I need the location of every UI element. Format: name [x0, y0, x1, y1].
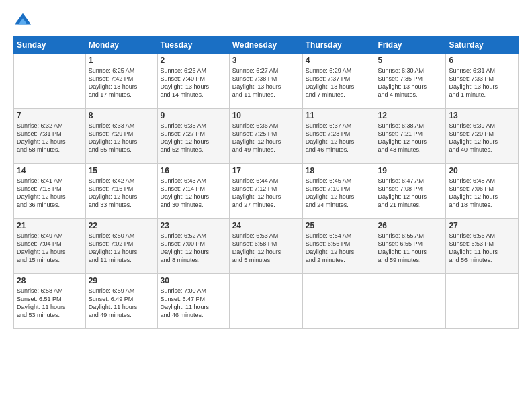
day-number: 20	[449, 166, 515, 175]
day-number: 7	[17, 111, 83, 120]
page: SundayMondayTuesdayWednesdayThursdayFrid…	[0, 0, 532, 411]
header-day-wednesday: Wednesday	[229, 37, 302, 54]
week-row-4: 28Sunrise: 6:58 AM Sunset: 6:51 PM Dayli…	[14, 274, 519, 329]
day-number: 29	[89, 276, 154, 285]
calendar-cell: 13Sunrise: 6:39 AM Sunset: 7:20 PM Dayli…	[446, 109, 519, 164]
day-number: 14	[17, 166, 83, 175]
day-number: 21	[17, 221, 83, 230]
cell-info: Sunrise: 6:48 AM Sunset: 7:06 PM Dayligh…	[449, 177, 515, 210]
calendar-table: SundayMondayTuesdayWednesdayThursdayFrid…	[13, 36, 519, 329]
day-number: 30	[161, 276, 226, 285]
calendar-cell	[229, 274, 302, 329]
calendar-cell: 4Sunrise: 6:29 AM Sunset: 7:37 PM Daylig…	[302, 54, 375, 109]
day-number: 5	[378, 56, 443, 65]
day-number: 18	[306, 166, 372, 175]
day-number: 23	[161, 221, 226, 230]
calendar-cell: 11Sunrise: 6:37 AM Sunset: 7:23 PM Dayli…	[302, 109, 375, 164]
logo	[13, 11, 34, 30]
cell-info: Sunrise: 6:36 AM Sunset: 7:25 PM Dayligh…	[232, 122, 300, 154]
calendar-cell: 10Sunrise: 6:36 AM Sunset: 7:25 PM Dayli…	[229, 109, 302, 164]
calendar-cell: 19Sunrise: 6:47 AM Sunset: 7:08 PM Dayli…	[375, 164, 446, 219]
cell-info: Sunrise: 6:44 AM Sunset: 7:12 PM Dayligh…	[232, 177, 300, 210]
calendar-cell	[14, 54, 86, 109]
cell-info: Sunrise: 6:27 AM Sunset: 7:38 PM Dayligh…	[232, 66, 300, 99]
cell-info: Sunrise: 6:32 AM Sunset: 7:31 PM Dayligh…	[17, 122, 83, 154]
day-number: 25	[306, 221, 372, 230]
calendar-cell: 28Sunrise: 6:58 AM Sunset: 6:51 PM Dayli…	[14, 274, 86, 329]
calendar-cell: 14Sunrise: 6:41 AM Sunset: 7:18 PM Dayli…	[14, 164, 86, 219]
calendar-cell: 6Sunrise: 6:31 AM Sunset: 7:33 PM Daylig…	[446, 54, 519, 109]
cell-info: Sunrise: 6:38 AM Sunset: 7:21 PM Dayligh…	[378, 122, 443, 154]
cell-info: Sunrise: 6:47 AM Sunset: 7:08 PM Dayligh…	[378, 177, 443, 210]
calendar-cell: 25Sunrise: 6:54 AM Sunset: 6:56 PM Dayli…	[302, 219, 375, 274]
cell-info: Sunrise: 6:35 AM Sunset: 7:27 PM Dayligh…	[161, 122, 226, 154]
calendar-cell: 9Sunrise: 6:35 AM Sunset: 7:27 PM Daylig…	[157, 109, 229, 164]
cell-info: Sunrise: 6:26 AM Sunset: 7:40 PM Dayligh…	[161, 66, 226, 99]
day-number: 28	[17, 276, 83, 285]
cell-info: Sunrise: 6:31 AM Sunset: 7:33 PM Dayligh…	[449, 66, 515, 99]
day-number: 4	[306, 56, 372, 65]
calendar-cell: 29Sunrise: 6:59 AM Sunset: 6:49 PM Dayli…	[85, 274, 157, 329]
cell-info: Sunrise: 6:43 AM Sunset: 7:14 PM Dayligh…	[161, 177, 226, 210]
day-number: 13	[449, 111, 515, 120]
calendar-cell: 20Sunrise: 6:48 AM Sunset: 7:06 PM Dayli…	[446, 164, 519, 219]
calendar-cell: 5Sunrise: 6:30 AM Sunset: 7:35 PM Daylig…	[375, 54, 446, 109]
day-number: 15	[89, 166, 154, 175]
cell-info: Sunrise: 6:25 AM Sunset: 7:42 PM Dayligh…	[89, 66, 154, 99]
day-number: 17	[232, 166, 300, 175]
header-row: SundayMondayTuesdayWednesdayThursdayFrid…	[14, 37, 519, 54]
day-number: 10	[232, 111, 300, 120]
calendar-cell: 3Sunrise: 6:27 AM Sunset: 7:38 PM Daylig…	[229, 54, 302, 109]
calendar-cell	[446, 274, 519, 329]
calendar-cell: 2Sunrise: 6:26 AM Sunset: 7:40 PM Daylig…	[157, 54, 229, 109]
day-number: 22	[89, 221, 154, 230]
day-number: 1	[89, 56, 154, 65]
calendar-cell	[375, 274, 446, 329]
cell-info: Sunrise: 6:53 AM Sunset: 6:58 PM Dayligh…	[232, 232, 300, 265]
day-number: 16	[161, 166, 226, 175]
day-number: 9	[161, 111, 226, 120]
day-number: 27	[449, 221, 515, 230]
calendar-cell: 26Sunrise: 6:55 AM Sunset: 6:55 PM Dayli…	[375, 219, 446, 274]
header-day-sunday: Sunday	[14, 37, 86, 54]
cell-info: Sunrise: 7:00 AM Sunset: 6:47 PM Dayligh…	[161, 287, 226, 320]
calendar-cell: 23Sunrise: 6:52 AM Sunset: 7:00 PM Dayli…	[157, 219, 229, 274]
calendar-cell: 17Sunrise: 6:44 AM Sunset: 7:12 PM Dayli…	[229, 164, 302, 219]
cell-info: Sunrise: 6:39 AM Sunset: 7:20 PM Dayligh…	[449, 122, 515, 154]
calendar-header: SundayMondayTuesdayWednesdayThursdayFrid…	[14, 37, 519, 54]
cell-info: Sunrise: 6:45 AM Sunset: 7:10 PM Dayligh…	[306, 177, 372, 210]
day-number: 26	[378, 221, 443, 230]
day-number: 11	[306, 111, 372, 120]
calendar-cell: 21Sunrise: 6:49 AM Sunset: 7:04 PM Dayli…	[14, 219, 86, 274]
cell-info: Sunrise: 6:52 AM Sunset: 7:00 PM Dayligh…	[161, 232, 226, 265]
cell-info: Sunrise: 6:54 AM Sunset: 6:56 PM Dayligh…	[306, 232, 372, 265]
calendar-cell: 30Sunrise: 7:00 AM Sunset: 6:47 PM Dayli…	[157, 274, 229, 329]
cell-info: Sunrise: 6:29 AM Sunset: 7:37 PM Dayligh…	[306, 66, 372, 99]
logo-icon	[13, 11, 32, 30]
header	[13, 11, 519, 30]
cell-info: Sunrise: 6:37 AM Sunset: 7:23 PM Dayligh…	[306, 122, 372, 154]
calendar-cell: 16Sunrise: 6:43 AM Sunset: 7:14 PM Dayli…	[157, 164, 229, 219]
week-row-3: 21Sunrise: 6:49 AM Sunset: 7:04 PM Dayli…	[14, 219, 519, 274]
day-number: 24	[232, 221, 300, 230]
calendar-cell: 12Sunrise: 6:38 AM Sunset: 7:21 PM Dayli…	[375, 109, 446, 164]
calendar-cell: 27Sunrise: 6:56 AM Sunset: 6:53 PM Dayli…	[446, 219, 519, 274]
header-day-tuesday: Tuesday	[157, 37, 229, 54]
cell-info: Sunrise: 6:30 AM Sunset: 7:35 PM Dayligh…	[378, 66, 443, 99]
cell-info: Sunrise: 6:41 AM Sunset: 7:18 PM Dayligh…	[17, 177, 83, 210]
cell-info: Sunrise: 6:56 AM Sunset: 6:53 PM Dayligh…	[449, 232, 515, 265]
calendar-cell: 18Sunrise: 6:45 AM Sunset: 7:10 PM Dayli…	[302, 164, 375, 219]
day-number: 2	[161, 56, 226, 65]
cell-info: Sunrise: 6:58 AM Sunset: 6:51 PM Dayligh…	[17, 287, 83, 320]
week-row-1: 7Sunrise: 6:32 AM Sunset: 7:31 PM Daylig…	[14, 109, 519, 164]
header-day-thursday: Thursday	[302, 37, 375, 54]
cell-info: Sunrise: 6:55 AM Sunset: 6:55 PM Dayligh…	[378, 232, 443, 265]
calendar-body: 1Sunrise: 6:25 AM Sunset: 7:42 PM Daylig…	[14, 54, 519, 329]
day-number: 12	[378, 111, 443, 120]
header-day-saturday: Saturday	[446, 37, 519, 54]
cell-info: Sunrise: 6:49 AM Sunset: 7:04 PM Dayligh…	[17, 232, 83, 265]
calendar-cell: 7Sunrise: 6:32 AM Sunset: 7:31 PM Daylig…	[14, 109, 86, 164]
calendar-cell	[302, 274, 375, 329]
cell-info: Sunrise: 6:50 AM Sunset: 7:02 PM Dayligh…	[89, 232, 154, 265]
day-number: 3	[232, 56, 300, 65]
